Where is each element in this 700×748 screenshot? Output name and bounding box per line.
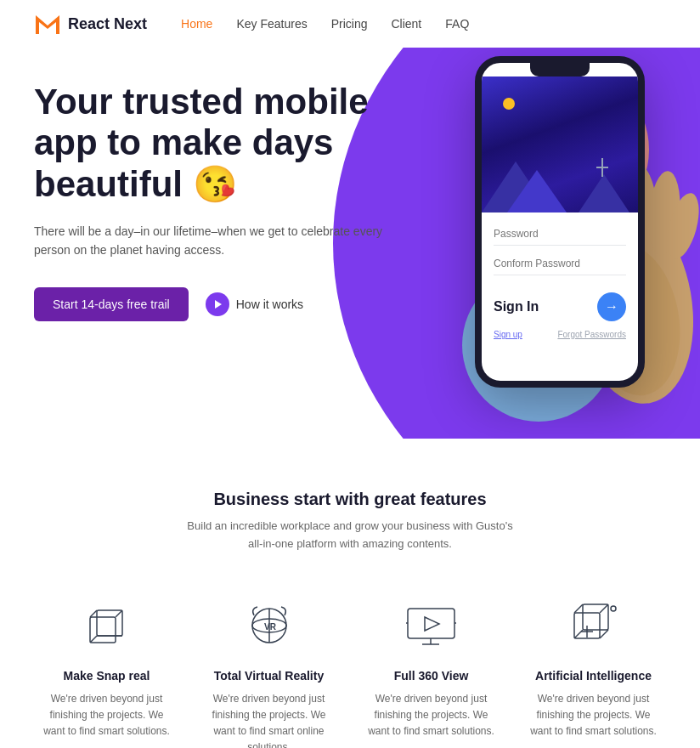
phone-signin-row: Sign In → — [494, 292, 626, 321]
cube-icon — [77, 596, 137, 655]
nav-pricing[interactable]: Pricing — [331, 17, 368, 31]
phone-confirm-input[interactable] — [494, 252, 626, 275]
phone-frame: Sign In → Sign up Forgot Passwords — [475, 56, 645, 388]
feature-4-desc: We're driven beyond just finishing the p… — [529, 691, 658, 740]
cta-secondary-label: How it works — [236, 298, 303, 311]
svg-rect-18 — [408, 609, 454, 638]
feature-make-snap: Make Snap real We're driven beyond just … — [34, 596, 179, 748]
svg-point-32 — [611, 606, 616, 611]
cta-primary-button[interactable]: Start 14-days free trail — [34, 287, 189, 321]
features-subtitle: Build an incredible workplace and grow y… — [34, 518, 666, 553]
feature-3-name: Full 360 View — [367, 669, 495, 683]
vr-icon: VR — [240, 596, 299, 655]
play-circle-icon — [206, 292, 229, 316]
phone-signup-link[interactable]: Sign up — [494, 330, 522, 339]
hero-title: Your trusted mobile app to make days bea… — [34, 82, 391, 205]
phone-forgot-link[interactable]: Forgot Passwords — [557, 330, 626, 339]
svg-marker-0 — [36, 15, 59, 34]
feature-360: Full 360 View We're driven beyond just f… — [358, 596, 504, 748]
svg-line-27 — [600, 604, 608, 613]
360-svg-icon — [404, 600, 459, 651]
feature-1-desc: We're driven beyond just finishing the p… — [42, 691, 171, 740]
nav-home[interactable]: Home — [181, 17, 212, 31]
phone-screen-bottom: Sign In → Sign up Forgot Passwords — [482, 212, 638, 349]
logo-icon — [34, 10, 61, 37]
feature-3-desc: We're driven beyond just finishing the p… — [367, 691, 495, 740]
feature-vr: VR Total Virtual Reality We're driven be… — [196, 596, 342, 748]
svg-line-26 — [574, 604, 583, 613]
cta-secondary-button[interactable]: How it works — [206, 292, 303, 316]
phone-password-input[interactable] — [494, 223, 626, 246]
hero-subtitle: There will be a day–in our lifetime–when… — [34, 222, 391, 260]
phone-footer-links: Sign up Forgot Passwords — [494, 330, 626, 339]
feature-1-name: Make Snap real — [42, 669, 171, 683]
hero-section: Your trusted mobile app to make days bea… — [0, 48, 700, 439]
svg-line-29 — [600, 630, 608, 638]
nav-links: Home Key Features Pricing Client FAQ — [181, 17, 469, 31]
arrow-right-icon: → — [605, 299, 618, 314]
svg-text:VR: VR — [264, 622, 277, 632]
360-icon — [402, 596, 461, 655]
features-grid: Make Snap real We're driven beyond just … — [34, 596, 666, 748]
nav-client[interactable]: Client — [391, 17, 421, 31]
features-title: Business start with great features — [34, 490, 666, 509]
phone-mountain3 — [579, 174, 629, 212]
feature-ai: Artificial Intelligence We're driven bey… — [521, 596, 666, 748]
phone-screen-top — [482, 76, 638, 212]
phone-signin-label: Sign In — [494, 299, 539, 314]
phone-mountain2 — [507, 170, 567, 212]
svg-line-11 — [116, 610, 122, 617]
feature-2-name: Total Virtual Reality — [205, 669, 333, 683]
brand-name: React Next — [68, 15, 147, 33]
features-section: Business start with great features Build… — [0, 439, 700, 748]
nav-faq[interactable]: FAQ — [445, 17, 469, 31]
phone-notch — [530, 63, 590, 76]
phone-signin-button[interactable]: → — [597, 292, 626, 321]
phone-windmill — [596, 158, 608, 178]
navbar: React Next Home Key Features Pricing Cli… — [0, 0, 700, 48]
cube-svg-icon — [82, 600, 133, 651]
play-triangle-icon — [215, 300, 222, 309]
hero-buttons: Start 14-days free trail How it works — [34, 287, 391, 321]
ai-svg-icon — [566, 600, 621, 651]
ai-icon — [564, 596, 624, 655]
svg-line-10 — [90, 610, 97, 617]
vr-svg-icon: VR — [244, 600, 295, 651]
feature-2-desc: We're driven beyond just finishing the p… — [205, 691, 333, 748]
feature-4-name: Artificial Intelligence — [529, 669, 658, 683]
phone-moon-icon — [503, 98, 515, 110]
svg-line-12 — [90, 636, 97, 643]
nav-key-features[interactable]: Key Features — [236, 17, 307, 31]
hero-content: Your trusted mobile app to make days bea… — [34, 82, 391, 321]
svg-marker-19 — [425, 617, 439, 631]
logo-area: React Next — [34, 10, 147, 37]
